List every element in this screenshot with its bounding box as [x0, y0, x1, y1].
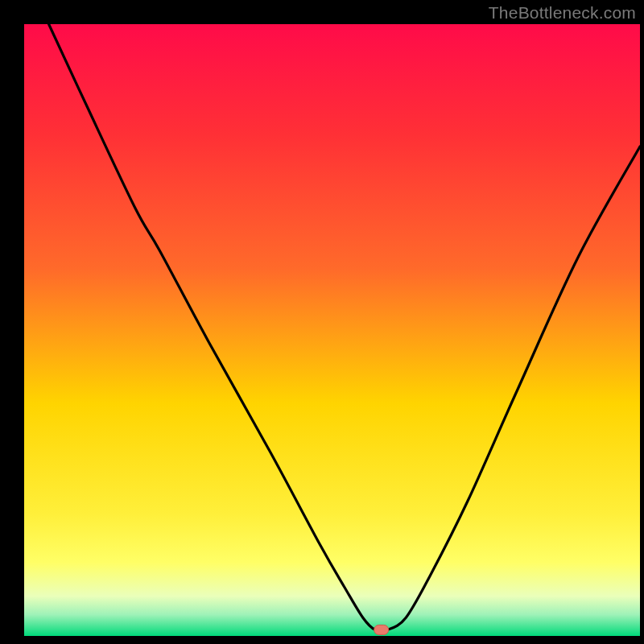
watermark-text: TheBottleneck.com: [489, 3, 636, 23]
chart-container: [0, 0, 644, 644]
plot-background: [24, 24, 640, 636]
bottleneck-chart: [0, 0, 644, 644]
optimal-point-marker: [374, 625, 389, 634]
